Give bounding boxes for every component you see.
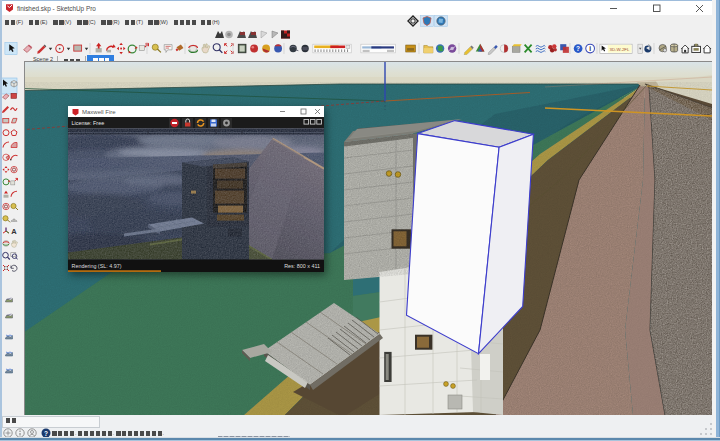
svg-text:Maxwell Fire: Maxwell Fire xyxy=(82,109,116,115)
svg-text:License: Free: License: Free xyxy=(72,120,105,126)
svg-text:i: i xyxy=(589,45,591,52)
svg-text:3D-W-2FL: 3D-W-2FL xyxy=(609,47,630,52)
svg-text:?: ? xyxy=(576,45,580,52)
svg-text:finished.skp - SketchUp Pro: finished.skp - SketchUp Pro xyxy=(17,5,96,13)
svg-text:Res: 800 x 411: Res: 800 x 411 xyxy=(284,263,320,269)
svg-text:A: A xyxy=(11,227,17,236)
svg-text:?: ? xyxy=(44,430,48,437)
svg-text:Rendering (SL: 4.97): Rendering (SL: 4.97) xyxy=(72,263,122,269)
